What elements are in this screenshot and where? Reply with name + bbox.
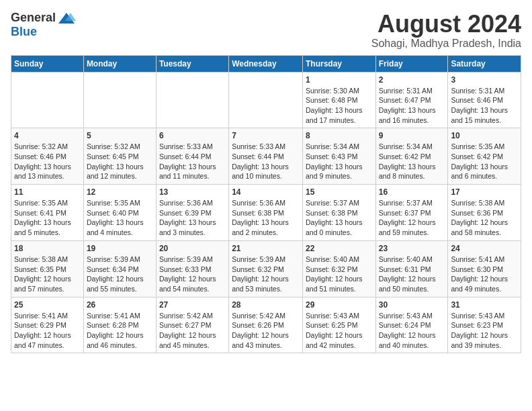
day-info: Sunrise: 5:41 AMSunset: 6:30 PMDaylight:… (451, 255, 518, 294)
day-number: 21 (232, 244, 300, 253)
day-number: 10 (451, 131, 518, 140)
calendar-cell: 15Sunrise: 5:37 AMSunset: 6:38 PMDayligh… (302, 185, 375, 241)
location-subtitle: Sohagi, Madhya Pradesh, India (371, 38, 521, 50)
calendar-cell: 7Sunrise: 5:33 AMSunset: 6:44 PMDaylight… (229, 128, 303, 185)
calendar-cell: 26Sunrise: 5:41 AMSunset: 6:28 PMDayligh… (83, 297, 156, 353)
calendar-cell: 30Sunrise: 5:43 AMSunset: 6:24 PMDayligh… (375, 297, 448, 353)
calendar-cell: 13Sunrise: 5:36 AMSunset: 6:39 PMDayligh… (156, 185, 228, 241)
calendar-cell: 18Sunrise: 5:38 AMSunset: 6:35 PMDayligh… (11, 240, 84, 297)
day-info: Sunrise: 5:35 AMSunset: 6:41 PMDaylight:… (14, 198, 81, 238)
day-number: 17 (451, 187, 518, 197)
logo-blue-text: Blue (11, 25, 37, 39)
day-info: Sunrise: 5:35 AMSunset: 6:42 PMDaylight:… (451, 142, 518, 181)
weekday-header-saturday: Saturday (448, 55, 521, 72)
calendar-week-4: 18Sunrise: 5:38 AMSunset: 6:35 PMDayligh… (11, 240, 521, 297)
day-info: Sunrise: 5:38 AMSunset: 6:35 PMDaylight:… (14, 255, 81, 294)
day-number: 6 (159, 131, 226, 140)
page-header: General Blue August 2024 Sohagi, Madhya … (11, 11, 521, 50)
day-number: 3 (451, 75, 518, 85)
day-info: Sunrise: 5:43 AMSunset: 6:23 PMDaylight:… (451, 311, 518, 351)
day-info: Sunrise: 5:39 AMSunset: 6:32 PMDaylight:… (232, 255, 300, 294)
calendar-week-1: 1Sunrise: 5:30 AMSunset: 6:48 PMDaylight… (11, 72, 521, 128)
day-number: 2 (379, 75, 445, 85)
day-info: Sunrise: 5:33 AMSunset: 6:44 PMDaylight:… (159, 142, 226, 181)
day-number: 24 (451, 244, 518, 253)
day-number: 18 (14, 244, 81, 253)
day-number: 23 (379, 244, 445, 253)
day-number: 15 (306, 187, 373, 197)
calendar-cell: 11Sunrise: 5:35 AMSunset: 6:41 PMDayligh… (11, 185, 84, 241)
day-number: 12 (87, 187, 153, 197)
day-number: 4 (14, 131, 81, 140)
day-info: Sunrise: 5:34 AMSunset: 6:43 PMDaylight:… (306, 142, 373, 181)
title-block: August 2024 Sohagi, Madhya Pradesh, Indi… (371, 11, 521, 50)
day-info: Sunrise: 5:39 AMSunset: 6:34 PMDaylight:… (87, 255, 153, 294)
logo: General Blue (11, 11, 76, 39)
day-info: Sunrise: 5:36 AMSunset: 6:39 PMDaylight:… (159, 198, 226, 238)
calendar-cell: 10Sunrise: 5:35 AMSunset: 6:42 PMDayligh… (448, 128, 521, 185)
weekday-header-thursday: Thursday (302, 55, 375, 72)
day-number: 13 (159, 187, 226, 197)
day-number: 28 (232, 300, 300, 310)
calendar-cell: 29Sunrise: 5:43 AMSunset: 6:25 PMDayligh… (302, 297, 375, 353)
calendar-week-3: 11Sunrise: 5:35 AMSunset: 6:41 PMDayligh… (11, 185, 521, 241)
day-info: Sunrise: 5:37 AMSunset: 6:38 PMDaylight:… (306, 198, 373, 238)
day-number: 20 (159, 244, 226, 253)
day-info: Sunrise: 5:41 AMSunset: 6:28 PMDaylight:… (87, 311, 153, 351)
day-number: 11 (14, 187, 81, 197)
weekday-header-monday: Monday (83, 55, 156, 72)
logo-general-text: General (11, 11, 56, 25)
day-info: Sunrise: 5:32 AMSunset: 6:45 PMDaylight:… (87, 142, 153, 181)
day-number: 29 (306, 300, 373, 310)
day-info: Sunrise: 5:31 AMSunset: 6:46 PMDaylight:… (451, 86, 518, 126)
day-info: Sunrise: 5:42 AMSunset: 6:27 PMDaylight:… (159, 311, 226, 351)
day-number: 19 (87, 244, 153, 253)
day-number: 8 (306, 131, 373, 140)
calendar-cell (156, 72, 228, 128)
day-number: 5 (87, 131, 153, 140)
weekday-header-tuesday: Tuesday (156, 55, 228, 72)
calendar-cell: 17Sunrise: 5:38 AMSunset: 6:36 PMDayligh… (448, 185, 521, 241)
day-info: Sunrise: 5:32 AMSunset: 6:46 PMDaylight:… (14, 142, 81, 181)
day-info: Sunrise: 5:35 AMSunset: 6:40 PMDaylight:… (87, 198, 153, 238)
day-number: 16 (379, 187, 445, 197)
day-number: 1 (306, 75, 373, 85)
calendar-cell (229, 72, 303, 128)
calendar-cell: 6Sunrise: 5:33 AMSunset: 6:44 PMDaylight… (156, 128, 228, 185)
calendar-cell: 16Sunrise: 5:37 AMSunset: 6:37 PMDayligh… (375, 185, 448, 241)
calendar-cell: 2Sunrise: 5:31 AMSunset: 6:47 PMDaylight… (375, 72, 448, 128)
calendar-cell: 12Sunrise: 5:35 AMSunset: 6:40 PMDayligh… (83, 185, 156, 241)
calendar-cell: 24Sunrise: 5:41 AMSunset: 6:30 PMDayligh… (448, 240, 521, 297)
calendar-cell (11, 72, 84, 128)
day-number: 7 (232, 131, 300, 140)
weekday-header-sunday: Sunday (11, 55, 84, 72)
calendar-cell: 23Sunrise: 5:40 AMSunset: 6:31 PMDayligh… (375, 240, 448, 297)
calendar-cell: 21Sunrise: 5:39 AMSunset: 6:32 PMDayligh… (229, 240, 303, 297)
calendar-cell: 5Sunrise: 5:32 AMSunset: 6:45 PMDaylight… (83, 128, 156, 185)
calendar-table: SundayMondayTuesdayWednesdayThursdayFrid… (11, 55, 521, 354)
day-info: Sunrise: 5:36 AMSunset: 6:38 PMDaylight:… (232, 198, 300, 238)
calendar-cell: 27Sunrise: 5:42 AMSunset: 6:27 PMDayligh… (156, 297, 228, 353)
calendar-cell: 14Sunrise: 5:36 AMSunset: 6:38 PMDayligh… (229, 185, 303, 241)
calendar-cell: 31Sunrise: 5:43 AMSunset: 6:23 PMDayligh… (448, 297, 521, 353)
day-info: Sunrise: 5:30 AMSunset: 6:48 PMDaylight:… (306, 86, 373, 126)
day-info: Sunrise: 5:39 AMSunset: 6:33 PMDaylight:… (159, 255, 226, 294)
calendar-cell: 9Sunrise: 5:34 AMSunset: 6:42 PMDaylight… (375, 128, 448, 185)
day-number: 25 (14, 300, 81, 310)
day-info: Sunrise: 5:37 AMSunset: 6:37 PMDaylight:… (379, 198, 445, 238)
calendar-cell: 8Sunrise: 5:34 AMSunset: 6:43 PMDaylight… (302, 128, 375, 185)
calendar-cell: 22Sunrise: 5:40 AMSunset: 6:32 PMDayligh… (302, 240, 375, 297)
day-info: Sunrise: 5:33 AMSunset: 6:44 PMDaylight:… (232, 142, 300, 181)
day-info: Sunrise: 5:34 AMSunset: 6:42 PMDaylight:… (379, 142, 445, 181)
logo-icon (57, 11, 76, 25)
day-info: Sunrise: 5:42 AMSunset: 6:26 PMDaylight:… (232, 311, 300, 351)
day-number: 31 (451, 300, 518, 310)
calendar-cell (83, 72, 156, 128)
day-number: 27 (159, 300, 226, 310)
weekday-header-row: SundayMondayTuesdayWednesdayThursdayFrid… (11, 55, 521, 72)
day-info: Sunrise: 5:43 AMSunset: 6:24 PMDaylight:… (379, 311, 445, 351)
calendar-cell: 3Sunrise: 5:31 AMSunset: 6:46 PMDaylight… (448, 72, 521, 128)
calendar-cell: 28Sunrise: 5:42 AMSunset: 6:26 PMDayligh… (229, 297, 303, 353)
day-number: 22 (306, 244, 373, 253)
day-info: Sunrise: 5:31 AMSunset: 6:47 PMDaylight:… (379, 86, 445, 126)
